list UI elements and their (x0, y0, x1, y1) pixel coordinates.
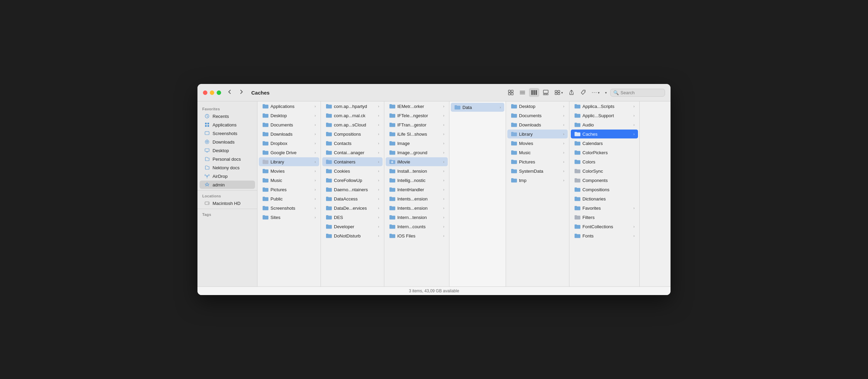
folder-caches[interactable]: Caches › (571, 130, 638, 138)
minimize-button[interactable] (210, 90, 214, 95)
folder-name: Dictionaries (582, 196, 635, 201)
forward-button[interactable] (237, 88, 246, 97)
search-input[interactable] (620, 90, 662, 95)
folder-fonts[interactable]: Fonts › (571, 231, 638, 240)
sidebar-item-personal-docs[interactable]: Personal docs (200, 155, 255, 163)
folder-daemo[interactable]: Daemo...ntainers › (322, 185, 383, 194)
folder-cookies[interactable]: Cookies › (322, 167, 383, 175)
folder-fontcollections[interactable]: FontCollections › (571, 222, 638, 231)
folder-c5-library[interactable]: Library › (507, 130, 568, 138)
folder-desktop[interactable]: Desktop › (259, 111, 319, 120)
folder-compositions[interactable]: Compositions (571, 185, 638, 194)
sidebar-item-screenshots[interactable]: Screenshots (200, 129, 255, 137)
search-box[interactable]: 🔍 (610, 89, 665, 97)
folder-applic-support[interactable]: Applic...Support › (571, 111, 638, 120)
folder-colors[interactable]: Colors (571, 157, 638, 166)
folder-sites[interactable]: Sites › (259, 213, 319, 222)
sidebar-item-recents[interactable]: Recents (200, 112, 255, 120)
sidebar-item-downloads[interactable]: Downloads (200, 138, 255, 146)
sidebar-item-desktop[interactable]: Desktop (200, 146, 255, 155)
folder-intenthandler[interactable]: IntentHandler › (386, 185, 448, 194)
folder-contai-anager[interactable]: Contai...anager › (322, 148, 383, 157)
folder-dictionaries[interactable]: Dictionaries (571, 194, 638, 203)
folder-intents2[interactable]: Intents...ension › (386, 204, 448, 212)
folder-intents1[interactable]: Intents...ension › (386, 194, 448, 203)
sidebar-item-applications[interactable]: Applications (200, 121, 255, 129)
folder-library[interactable]: Library › (259, 157, 319, 166)
folder-intern2[interactable]: Intern...counts › (386, 222, 448, 231)
folder-com-scloud[interactable]: com.ap...sCloud › (322, 120, 383, 129)
folder-iftran[interactable]: IFTran...gestor › (386, 120, 448, 129)
grid-view-button[interactable] (506, 88, 516, 97)
folder-c5-movies[interactable]: Movies › (507, 139, 568, 148)
folder-applications[interactable]: Applications › (259, 102, 319, 111)
sort-button[interactable]: ▾ (603, 89, 609, 96)
folder-calendars[interactable]: Calendars (571, 139, 638, 148)
folder-install[interactable]: Install...tension › (386, 167, 448, 175)
folder-public[interactable]: Public › (259, 194, 319, 203)
folder-c5-music[interactable]: Music › (507, 148, 568, 157)
folder-c5-tmp[interactable]: tmp › (507, 176, 568, 185)
folder-image-ground[interactable]: Image...ground › (386, 148, 448, 157)
folder-c5-downloads[interactable]: Downloads › (507, 120, 568, 129)
sidebar-item-airdrop[interactable]: AirDrop (200, 172, 255, 180)
folder-com-rnal[interactable]: com.ap...rnal.ck › (322, 111, 383, 120)
group-button[interactable]: ▾ (552, 88, 565, 97)
folder-colorsync[interactable]: ColorSync (571, 167, 638, 175)
tag-button[interactable] (578, 88, 588, 97)
folder-applica-scripts[interactable]: Applica...Scripts › (571, 102, 638, 111)
folder-google-drive[interactable]: Google Drive › (259, 148, 319, 157)
folder-movies[interactable]: Movies › (259, 167, 319, 175)
folder-c5-systemdata[interactable]: SystemData › (507, 167, 568, 175)
folder-ilife[interactable]: iLife Sl...shows › (386, 130, 448, 138)
folder-music[interactable]: Music › (259, 176, 319, 185)
folder-iftele[interactable]: IFTele...ngestor › (386, 111, 448, 120)
back-button[interactable] (225, 88, 234, 97)
more-button[interactable]: ··· ▾ (590, 88, 602, 97)
share-button[interactable] (566, 88, 577, 97)
folder-c5-pictures[interactable]: Pictures › (507, 157, 568, 166)
folder-data[interactable]: Data › (451, 103, 504, 112)
svg-rect-10 (543, 90, 548, 93)
list-view-button[interactable] (517, 88, 528, 97)
sidebar-item-admin[interactable]: admin (200, 181, 255, 189)
folder-containers[interactable]: Containers › (322, 157, 383, 166)
folder-audio[interactable]: Audio › (571, 120, 638, 129)
folder-colorpickers[interactable]: ColorPickers (571, 148, 638, 157)
chevron-icon: › (378, 179, 379, 182)
chevron-icon: › (563, 179, 564, 182)
folder-pictures[interactable]: Pictures › (259, 185, 319, 194)
folder-filters[interactable]: Filters (571, 213, 638, 222)
folder-documents[interactable]: Documents › (259, 120, 319, 129)
sidebar-item-macintosh-hd[interactable]: Macintosh HD (200, 199, 255, 207)
sidebar-item-nektony-docs[interactable]: Nektony docs (200, 163, 255, 172)
maximize-button[interactable] (217, 90, 221, 95)
folder-donotdisturb[interactable]: DoNotDisturb › (322, 231, 383, 240)
folder-favorites[interactable]: Favorites › (571, 204, 638, 212)
folder-image[interactable]: Image › (386, 139, 448, 148)
svg-rect-26 (205, 149, 209, 151)
folder-com-hpartyd[interactable]: com.ap...hpartyd › (322, 102, 383, 111)
folder-c5-documents[interactable]: Documents › (507, 111, 568, 120)
folder-ios-files[interactable]: iOS Files › (386, 231, 448, 240)
close-button[interactable] (203, 90, 207, 95)
folder-screenshots[interactable]: Screenshots › (259, 204, 319, 212)
folder-iemetr[interactable]: IEMetr...orker › (386, 102, 448, 111)
folder-datade[interactable]: DataDe...ervices › (322, 204, 383, 212)
folder-corefollowup[interactable]: CoreFollowUp › (322, 176, 383, 185)
folder-downloads[interactable]: Downloads › (259, 130, 319, 138)
folder-intern1[interactable]: Intern...tension › (386, 213, 448, 222)
gallery-view-button[interactable] (541, 88, 551, 97)
folder-developer[interactable]: Developer › (322, 222, 383, 231)
folder-contacts[interactable]: Contacts › (322, 139, 383, 148)
folder-dataaccess[interactable]: DataAccess › (322, 194, 383, 203)
folder-c5-desktop[interactable]: Desktop › (507, 102, 568, 111)
folder-dropbox[interactable]: Dropbox › (259, 139, 319, 148)
folder-compositions[interactable]: Compositions › (322, 130, 383, 138)
folder-imovie[interactable]: iMovie › (386, 157, 448, 166)
column-view-button[interactable] (529, 88, 539, 97)
folder-components[interactable]: Components (571, 176, 638, 185)
folder-intellig[interactable]: Intellig...nostic › (386, 176, 448, 185)
folder-des[interactable]: DES › (322, 213, 383, 222)
svg-point-28 (208, 203, 209, 204)
